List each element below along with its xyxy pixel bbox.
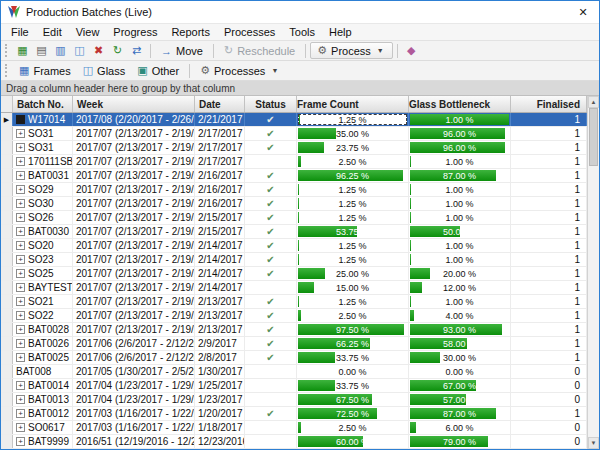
col-header-glass-bottleneck[interactable]: Glass Bottleneck: [409, 96, 511, 112]
frame-count-cell[interactable]: 1.25 %: [297, 197, 409, 210]
menu-progress[interactable]: Progress: [106, 25, 164, 39]
frame-count-cell[interactable]: 1.25 %: [297, 211, 409, 224]
expander-icon[interactable]: +: [16, 157, 25, 166]
glass-bottleneck-cell[interactable]: 50.00 %: [409, 225, 511, 238]
expander-icon[interactable]: +: [16, 423, 25, 432]
table-row[interactable]: +BAT00122017/03 (1/16/2017 - 1/22/2017)1…: [1, 407, 587, 421]
process-dropdown-icon[interactable]: ▼: [375, 47, 386, 54]
date-cell[interactable]: 2/21/2017: [195, 113, 245, 126]
finalised-cell[interactable]: 1: [511, 155, 587, 168]
glass-button[interactable]: ◫ Glass: [77, 62, 132, 79]
finalised-cell[interactable]: 1: [511, 351, 587, 364]
table-row[interactable]: ▶W170142017/08 (2/20/2017 - 2/26/2017)2/…: [1, 113, 587, 127]
frame-count-cell[interactable]: 60.00 %: [297, 435, 409, 448]
expander-icon[interactable]: +: [16, 227, 25, 236]
batch-cell[interactable]: +SO31: [13, 141, 73, 154]
week-cell[interactable]: 2017/07 (2/13/2017 - 2/19/2017): [73, 295, 195, 308]
expander-icon[interactable]: +: [16, 185, 25, 194]
date-cell[interactable]: 2/13/2017: [195, 295, 245, 308]
batch-cell[interactable]: +SO29: [13, 183, 73, 196]
processes-dropdown-icon[interactable]: ▼: [269, 67, 280, 74]
date-cell[interactable]: 1/18/2017: [195, 421, 245, 434]
date-cell[interactable]: 2/17/2017: [195, 127, 245, 140]
week-cell[interactable]: 2017/07 (2/13/2017 - 2/19/2017): [73, 155, 195, 168]
status-cell[interactable]: ✔: [245, 351, 297, 364]
frame-count-cell[interactable]: 35.00 %: [297, 127, 409, 140]
expander-icon[interactable]: +: [16, 381, 25, 390]
finalised-cell[interactable]: 1: [511, 169, 587, 182]
batch-cell[interactable]: BAT008: [13, 365, 73, 378]
week-cell[interactable]: 2017/04 (1/23/2017 - 1/29/2017): [73, 379, 195, 392]
table-row[interactable]: +BAT00302017/07 (2/13/2017 - 2/19/2017)2…: [1, 225, 587, 239]
batch-cell[interactable]: +BAT0013: [13, 393, 73, 406]
expander-icon[interactable]: +: [16, 241, 25, 250]
date-cell[interactable]: 1/20/2017: [195, 407, 245, 420]
status-cell[interactable]: ✔: [245, 169, 297, 182]
finalised-cell[interactable]: 1: [511, 239, 587, 252]
expander-icon[interactable]: +: [16, 297, 25, 306]
week-cell[interactable]: 2017/03 (1/16/2017 - 1/22/2017): [73, 421, 195, 434]
frame-count-cell[interactable]: 67.50 %: [297, 393, 409, 406]
frame-count-cell[interactable]: 1.25 %: [297, 113, 409, 126]
status-cell[interactable]: ✔: [245, 253, 297, 266]
finalised-cell[interactable]: 0: [511, 393, 587, 406]
batch-cell[interactable]: W17014: [13, 113, 73, 126]
status-cell[interactable]: [245, 281, 297, 294]
date-cell[interactable]: 2/17/2017: [195, 141, 245, 154]
expander-icon[interactable]: +: [16, 325, 25, 334]
batch-cell[interactable]: +SO30: [13, 197, 73, 210]
frame-count-cell[interactable]: 66.25 %: [297, 337, 409, 350]
date-cell[interactable]: 12/23/2016: [195, 435, 245, 448]
finalised-cell[interactable]: 1: [511, 141, 587, 154]
col-header-batch-no[interactable]: Batch No.: [13, 96, 73, 112]
expander-icon[interactable]: +: [16, 269, 25, 278]
finalised-cell[interactable]: 1: [511, 407, 587, 420]
table-row[interactable]: +BAT00252017/06 (2/6/2017 - 2/12/2017)2/…: [1, 351, 587, 365]
close-button[interactable]: ✕: [567, 1, 599, 23]
glass-bottleneck-cell[interactable]: 96.00 %: [409, 127, 511, 140]
frame-count-cell[interactable]: 33.75 %: [297, 351, 409, 364]
other-button[interactable]: ▣ Other: [131, 62, 185, 79]
table-row[interactable]: +SO06172017/03 (1/16/2017 - 1/22/2017)1/…: [1, 421, 587, 435]
frame-count-cell[interactable]: 72.50 %: [297, 407, 409, 420]
table-row[interactable]: +SO232017/07 (2/13/2017 - 2/19/2017)2/14…: [1, 253, 587, 267]
date-cell[interactable]: 2/16/2017: [195, 169, 245, 182]
batch-cell[interactable]: +SO22: [13, 309, 73, 322]
status-cell[interactable]: ✔: [245, 323, 297, 336]
copy-button[interactable]: ◫: [70, 42, 89, 59]
week-cell[interactable]: 2017/07 (2/13/2017 - 2/19/2017): [73, 169, 195, 182]
finalised-cell[interactable]: 1: [511, 309, 587, 322]
expander-icon[interactable]: +: [16, 311, 25, 320]
new-batch-button[interactable]: ▦: [13, 42, 32, 59]
date-cell[interactable]: 2/14/2017: [195, 239, 245, 252]
menu-file[interactable]: File: [4, 25, 36, 39]
week-cell[interactable]: 2017/07 (2/13/2017 - 2/19/2017): [73, 183, 195, 196]
date-cell[interactable]: 2/16/2017: [195, 183, 245, 196]
expander-icon[interactable]: +: [16, 129, 25, 138]
batch-cell[interactable]: +SO21: [13, 295, 73, 308]
glass-bottleneck-cell[interactable]: 93.00 %: [409, 323, 511, 336]
glass-bottleneck-cell[interactable]: 1.00 %: [409, 239, 511, 252]
finalised-cell[interactable]: 0: [511, 365, 587, 378]
glass-bottleneck-cell[interactable]: 0.00 %: [409, 365, 511, 378]
status-cell[interactable]: ✔: [245, 197, 297, 210]
finalised-cell[interactable]: 0: [511, 379, 587, 392]
frame-count-cell[interactable]: 2.50 %: [297, 155, 409, 168]
table-row[interactable]: +SO312017/07 (2/13/2017 - 2/19/2017)2/17…: [1, 127, 587, 141]
finalised-cell[interactable]: 1: [511, 323, 587, 336]
scrollbar-track[interactable]: [588, 108, 599, 437]
frame-count-cell[interactable]: 1.25 %: [297, 239, 409, 252]
status-cell[interactable]: [245, 435, 297, 448]
table-row[interactable]: +SO312017/07 (2/13/2017 - 2/19/2017)2/17…: [1, 141, 587, 155]
week-cell[interactable]: 2017/07 (2/13/2017 - 2/19/2017): [73, 281, 195, 294]
table-row[interactable]: +BAT00142017/04 (1/23/2017 - 1/29/2017)1…: [1, 379, 587, 393]
frame-count-cell[interactable]: 1.25 %: [297, 253, 409, 266]
frame-count-cell[interactable]: 2.50 %: [297, 421, 409, 434]
col-header-status[interactable]: Status: [245, 96, 297, 112]
menu-reports[interactable]: Reports: [164, 25, 217, 39]
date-cell[interactable]: 2/13/2017: [195, 309, 245, 322]
date-cell[interactable]: 2/15/2017: [195, 211, 245, 224]
expander-icon[interactable]: +: [16, 199, 25, 208]
week-cell[interactable]: 2017/07 (2/13/2017 - 2/19/2017): [73, 239, 195, 252]
col-header-date[interactable]: Date: [195, 96, 245, 112]
